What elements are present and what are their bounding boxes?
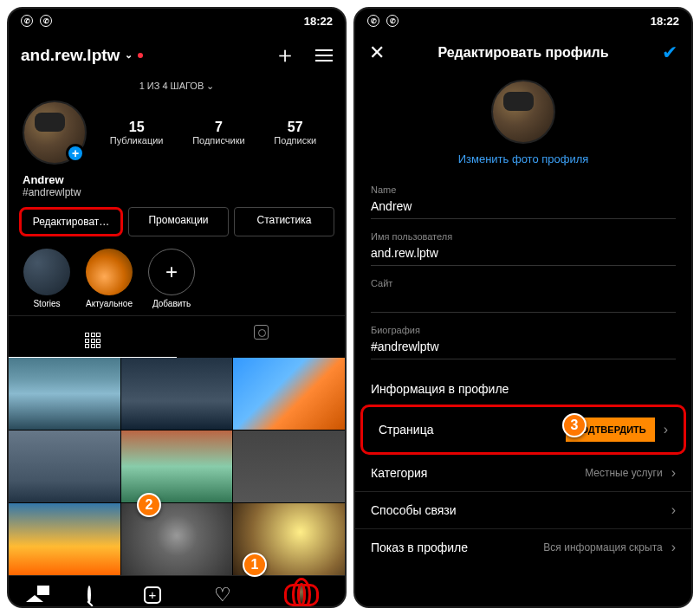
- chevron-right-icon: ›: [664, 422, 668, 437]
- chevron-right-icon: ›: [671, 540, 676, 555]
- menu-icon[interactable]: [315, 49, 333, 62]
- search-tab[interactable]: [88, 587, 91, 603]
- activity-tab[interactable]: ♡: [214, 584, 231, 606]
- annotation-marker-2: 2: [137, 493, 161, 517]
- plus-square-icon: +: [144, 586, 161, 604]
- grid-icon: [85, 333, 100, 348]
- name-field[interactable]: Andrew: [371, 195, 676, 219]
- post-thumb[interactable]: [121, 430, 233, 502]
- chevron-down-icon: ⌄: [125, 49, 133, 61]
- status-bar: ✆✆ 18:22: [355, 9, 691, 33]
- site-label: Сайт: [371, 278, 676, 288]
- page-row[interactable]: Страница ПОДТВЕРДИТЬ›: [363, 407, 684, 452]
- tagged-icon: [254, 325, 269, 340]
- section-header: Информация в профиле: [355, 368, 691, 405]
- create-icon[interactable]: ＋: [274, 40, 296, 70]
- followers-stat[interactable]: 7Подписчики: [192, 120, 245, 146]
- notification-dot: [138, 53, 143, 58]
- category-row[interactable]: Категория Местные услуги›: [355, 455, 691, 492]
- username-label: Имя пользователя: [371, 231, 676, 242]
- highlight-add[interactable]: +Добавить: [146, 249, 198, 308]
- posts-stat[interactable]: 15Публикации: [110, 120, 164, 146]
- grid-tab[interactable]: [9, 316, 177, 358]
- post-thumb[interactable]: [233, 430, 345, 502]
- post-thumb[interactable]: [9, 503, 120, 575]
- page-title: Редактировать профиль: [438, 45, 608, 61]
- display-row[interactable]: Показ в профиле Вся информация скрыта›: [355, 529, 691, 566]
- post-thumb[interactable]: [9, 358, 120, 430]
- add-story-badge[interactable]: +: [66, 144, 85, 163]
- chevron-right-icon: ›: [671, 502, 676, 518]
- post-thumb[interactable]: [9, 430, 120, 502]
- profile-header: and.rew.lptw ⌄ ＋: [9, 33, 345, 77]
- edit-profile-screen: ✆✆ 18:22 ✕ Редактировать профиль ✔ Измен…: [353, 7, 693, 608]
- contact-row[interactable]: Способы связи ›: [355, 492, 691, 529]
- bio-text: #andrewlptw: [23, 186, 331, 198]
- promotions-button[interactable]: Промоакции: [128, 207, 229, 236]
- bottom-nav: + ♡: [9, 575, 345, 608]
- profile-avatar[interactable]: [491, 80, 555, 144]
- avatar-icon: [297, 583, 306, 606]
- viber-icon: ✆: [367, 15, 379, 27]
- viber-icon: ✆: [386, 15, 399, 27]
- highlight-stories[interactable]: Stories: [21, 249, 73, 308]
- highlight-actual[interactable]: Актуальное: [83, 249, 135, 308]
- bio-label: Биография: [371, 325, 676, 335]
- site-field[interactable]: [371, 288, 676, 313]
- confirm-icon[interactable]: ✔: [662, 42, 677, 64]
- profile-tab[interactable]: [284, 584, 319, 606]
- post-thumb[interactable]: [233, 358, 345, 430]
- profile-screen: ✆✆ 18:22 and.rew.lptw ⌄ ＋ 1 ИЗ 4 ШАГОВ ⌄…: [7, 7, 347, 608]
- search-icon: [88, 586, 91, 604]
- bio-field[interactable]: #andrewlptw: [371, 335, 676, 359]
- name-label: Name: [371, 184, 676, 195]
- status-bar: ✆✆ 18:22: [9, 9, 345, 33]
- following-stat[interactable]: 57Подписки: [274, 120, 316, 146]
- post-thumb[interactable]: [121, 503, 233, 575]
- annotation-marker-3: 3: [562, 413, 587, 437]
- insights-button[interactable]: Статистика: [234, 207, 334, 236]
- clock: 18:22: [304, 15, 333, 28]
- close-icon[interactable]: ✕: [369, 42, 385, 64]
- post-thumb[interactable]: [121, 358, 233, 430]
- clock: 18:22: [651, 15, 679, 28]
- annotation-marker-1: 1: [243, 553, 267, 577]
- viber-icon: ✆: [21, 15, 33, 27]
- create-tab[interactable]: +: [144, 586, 161, 604]
- profile-avatar[interactable]: +: [23, 100, 87, 165]
- chevron-right-icon: ›: [671, 465, 676, 481]
- username-field[interactable]: and.rew.lptw: [371, 242, 676, 266]
- viber-icon: ✆: [40, 15, 52, 27]
- username: and.rew.lptw: [21, 46, 120, 65]
- change-photo-link[interactable]: Изменить фото профиля: [355, 152, 691, 165]
- tagged-tab[interactable]: [177, 316, 345, 358]
- post-grid: [9, 358, 345, 575]
- steps-indicator[interactable]: 1 ИЗ 4 ШАГОВ ⌄: [9, 81, 345, 92]
- display-name: Andrew: [23, 173, 331, 186]
- username-switcher[interactable]: and.rew.lptw ⌄: [21, 46, 143, 65]
- edit-profile-button[interactable]: Редактироват…: [19, 207, 123, 236]
